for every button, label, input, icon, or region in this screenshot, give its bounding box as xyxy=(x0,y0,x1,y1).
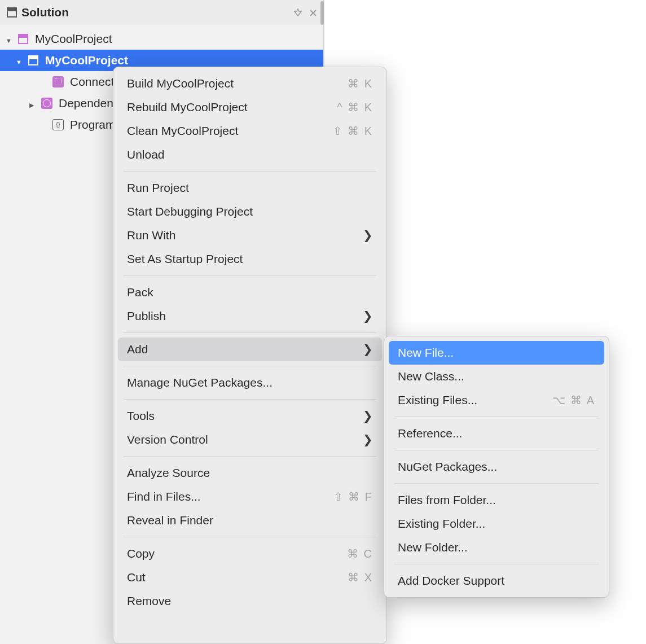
menu-tools[interactable]: Tools ❯ xyxy=(113,404,386,428)
submenu-existing-files[interactable]: Existing Files... ⌥ ⌘ A xyxy=(384,388,609,412)
menu-label: Start Debugging Project xyxy=(127,205,253,218)
menu-publish[interactable]: Publish ❯ xyxy=(113,304,386,328)
menu-label: Reference... xyxy=(398,427,462,440)
menu-label: Set As Startup Project xyxy=(127,252,243,266)
menu-label: Build MyCoolProject xyxy=(127,77,234,90)
shortcut: ⇧ ⌘ K xyxy=(333,124,373,138)
shortcut: ⌘ K xyxy=(348,77,373,90)
chevron-right-icon: ❯ xyxy=(363,343,373,356)
menu-clean[interactable]: Clean MyCoolProject ⇧ ⌘ K xyxy=(113,119,386,143)
menu-copy[interactable]: Copy ⌘ C xyxy=(113,542,386,566)
csharp-file-icon: {} xyxy=(52,119,64,130)
menu-label: New Class... xyxy=(398,370,464,383)
menu-label: Unload xyxy=(127,148,165,161)
menu-label: Add Docker Support xyxy=(398,574,504,588)
menu-label: New File... xyxy=(398,346,454,360)
chevron-down-icon[interactable] xyxy=(6,32,15,46)
shortcut: ^ ⌘ K xyxy=(337,100,373,114)
menu-label: Existing Folder... xyxy=(398,517,485,531)
menu-separator xyxy=(124,332,376,333)
menu-label: Publish xyxy=(127,309,166,323)
shortcut: ⌥ ⌘ A xyxy=(552,393,595,407)
chevron-right-icon: ❯ xyxy=(363,433,373,446)
submenu-files-from-folder[interactable]: Files from Folder... xyxy=(384,488,609,512)
panel-header: Solution xyxy=(0,0,323,25)
menu-label: Reveal in Finder xyxy=(127,514,213,527)
menu-separator xyxy=(124,366,376,366)
tree-solution-node[interactable]: MyCoolProject xyxy=(0,28,323,50)
menu-pack[interactable]: Pack xyxy=(113,281,386,304)
menu-separator xyxy=(394,564,599,564)
menu-nuget[interactable]: Manage NuGet Packages... xyxy=(113,371,386,395)
dependencies-icon xyxy=(41,98,52,109)
menu-startup-project[interactable]: Set As Startup Project xyxy=(113,247,386,271)
menu-label: Manage NuGet Packages... xyxy=(127,376,273,389)
context-menu: Build MyCoolProject ⌘ K Rebuild MyCoolPr… xyxy=(113,67,387,644)
chevron-right-icon: ❯ xyxy=(363,409,373,423)
menu-label: New Folder... xyxy=(398,541,468,554)
menu-separator xyxy=(124,537,376,537)
shortcut: ⌘ C xyxy=(347,547,373,560)
add-submenu: New File... New Class... Existing Files.… xyxy=(384,336,609,598)
submenu-nuget-packages[interactable]: NuGet Packages... xyxy=(384,455,609,479)
menu-label: Copy xyxy=(127,547,155,560)
shortcut: ⌘ X xyxy=(348,571,373,584)
menu-label: Run With xyxy=(127,229,175,242)
pin-icon[interactable] xyxy=(294,6,302,19)
menu-label: Clean MyCoolProject xyxy=(127,124,238,138)
solution-icon xyxy=(7,7,17,17)
menu-separator xyxy=(394,483,599,484)
menu-label: NuGet Packages... xyxy=(398,460,497,474)
chevron-down-icon[interactable] xyxy=(16,54,25,67)
menu-separator xyxy=(124,171,376,172)
menu-label: Existing Files... xyxy=(398,393,477,407)
menu-reveal-finder[interactable]: Reveal in Finder xyxy=(113,509,386,532)
chevron-right-icon: ❯ xyxy=(363,229,373,242)
menu-label: Analyze Source xyxy=(127,466,210,480)
submenu-docker-support[interactable]: Add Docker Support xyxy=(384,569,609,593)
menu-add[interactable]: Add ❯ xyxy=(118,338,382,361)
menu-analyze[interactable]: Analyze Source xyxy=(113,461,386,485)
menu-label: Run Project xyxy=(127,181,189,195)
chevron-right-icon[interactable] xyxy=(29,97,38,110)
menu-label: Find in Files... xyxy=(127,490,201,503)
submenu-new-folder[interactable]: New Folder... xyxy=(384,536,609,559)
menu-label: Add xyxy=(127,343,148,356)
menu-label: Tools xyxy=(127,409,155,423)
submenu-new-file[interactable]: New File... xyxy=(389,341,604,365)
panel-title: Solution xyxy=(21,6,69,19)
scrollbar-thumb[interactable] xyxy=(320,1,324,25)
connected-services-icon xyxy=(52,76,64,87)
menu-separator xyxy=(124,275,376,276)
menu-separator xyxy=(394,450,599,450)
menu-separator xyxy=(124,456,376,457)
menu-separator xyxy=(124,399,376,400)
menu-label: Version Control xyxy=(127,433,208,446)
close-icon[interactable] xyxy=(310,6,317,19)
menu-label: Rebuild MyCoolProject xyxy=(127,100,248,114)
menu-find-in-files[interactable]: Find in Files... ⇧ ⌘ F xyxy=(113,485,386,509)
menu-run-project[interactable]: Run Project xyxy=(113,176,386,200)
chevron-right-icon: ❯ xyxy=(363,309,373,323)
shortcut: ⇧ ⌘ F xyxy=(333,490,373,503)
menu-separator xyxy=(394,417,599,417)
submenu-reference[interactable]: Reference... xyxy=(384,422,609,445)
menu-cut[interactable]: Cut ⌘ X xyxy=(113,566,386,589)
menu-build[interactable]: Build MyCoolProject ⌘ K xyxy=(113,72,386,95)
tree-label: MyCoolProject xyxy=(35,32,112,46)
menu-rebuild[interactable]: Rebuild MyCoolProject ^ ⌘ K xyxy=(113,95,386,119)
menu-run-with[interactable]: Run With ❯ xyxy=(113,224,386,247)
solution-project-icon xyxy=(18,34,28,44)
menu-label: Remove xyxy=(127,594,171,608)
menu-unload[interactable]: Unload xyxy=(113,143,386,167)
menu-label: Files from Folder... xyxy=(398,493,496,507)
submenu-new-class[interactable]: New Class... xyxy=(384,365,609,388)
tree-label: MyCoolProject xyxy=(45,54,128,67)
project-icon xyxy=(28,55,38,65)
submenu-existing-folder[interactable]: Existing Folder... xyxy=(384,512,609,536)
menu-label: Pack xyxy=(127,286,153,299)
menu-version-control[interactable]: Version Control ❯ xyxy=(113,428,386,452)
menu-start-debugging[interactable]: Start Debugging Project xyxy=(113,200,386,224)
menu-label: Cut xyxy=(127,571,146,584)
menu-remove[interactable]: Remove xyxy=(113,589,386,613)
